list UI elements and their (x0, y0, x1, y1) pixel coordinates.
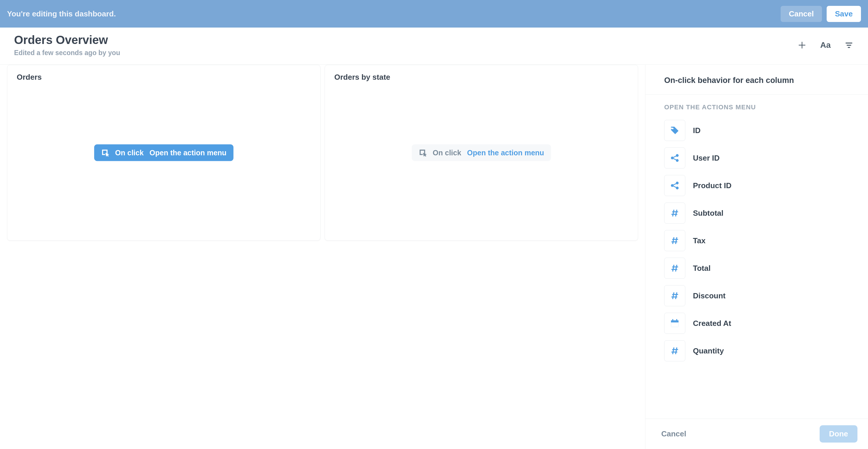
add-icon[interactable] (797, 40, 807, 50)
pill-action: Open the action menu (467, 149, 544, 157)
svg-line-5 (673, 158, 676, 160)
svg-rect-32 (672, 323, 678, 326)
column-item[interactable]: Quantity (664, 340, 849, 361)
click-behavior-panel: On-click behavior for each column OPEN T… (645, 65, 868, 449)
filter-icon[interactable] (844, 40, 854, 50)
card-title: Orders by state (334, 73, 628, 82)
dashboard-card-orders-by-state[interactable]: Orders by state On click Open the action… (324, 65, 638, 240)
edit-banner-message: You're editing this dashboard. (7, 9, 116, 19)
hash-icon (664, 258, 685, 279)
svg-line-22 (676, 265, 677, 272)
svg-line-17 (673, 237, 674, 244)
column-label: Total (693, 264, 711, 273)
svg-point-1 (671, 157, 673, 159)
column-label: Subtotal (693, 209, 723, 218)
svg-line-13 (673, 210, 674, 217)
share-icon (664, 175, 685, 196)
column-label: Created At (693, 319, 731, 328)
svg-point-0 (672, 128, 674, 129)
columns-list: IDUser IDProduct IDSubtotalTaxTotalDisco… (664, 120, 849, 361)
svg-line-26 (676, 292, 677, 299)
column-label: Quantity (693, 346, 724, 355)
page-title: Orders Overview (14, 33, 120, 46)
hash-icon (664, 202, 685, 224)
main-area: Orders On click Open the action menu Ord… (0, 65, 868, 449)
panel-done-button[interactable]: Done (819, 425, 858, 443)
svg-point-7 (676, 182, 678, 184)
cards-row: Orders On click Open the action menu Ord… (7, 65, 638, 240)
column-item[interactable]: User ID (664, 148, 849, 168)
panel-footer: Cancel Done (645, 419, 868, 449)
dashboard-canvas: Orders On click Open the action menu Ord… (0, 65, 645, 449)
card-title: Orders (17, 73, 311, 82)
svg-point-6 (671, 185, 673, 187)
panel-header: On-click behavior for each column (645, 65, 868, 95)
click-icon (101, 149, 110, 157)
column-label: User ID (693, 154, 720, 163)
svg-line-21 (673, 265, 674, 272)
pill-prefix: On click (115, 149, 144, 157)
svg-line-38 (676, 348, 677, 354)
dashboard-card-orders[interactable]: Orders On click Open the action menu (7, 65, 320, 240)
column-label: Product ID (693, 181, 731, 190)
banner-cancel-button[interactable]: Cancel (781, 6, 822, 22)
click-behavior-pill[interactable]: On click Open the action menu (94, 145, 234, 161)
svg-line-18 (676, 237, 677, 244)
column-item[interactable]: Discount (664, 285, 849, 306)
column-item[interactable]: Product ID (664, 175, 849, 196)
column-item[interactable]: Created At (664, 313, 849, 334)
svg-line-14 (676, 210, 677, 217)
page-subtitle: Edited a few seconds ago by you (14, 49, 120, 57)
column-item[interactable]: ID (664, 120, 849, 141)
svg-point-8 (676, 187, 678, 189)
share-icon (664, 148, 685, 168)
edit-banner-actions: Cancel Save (781, 6, 861, 22)
column-item[interactable]: Subtotal (664, 202, 849, 224)
panel-body: OPEN THE ACTIONS MENU IDUser IDProduct I… (645, 95, 868, 419)
panel-title: On-click behavior for each column (664, 76, 849, 85)
column-label: Discount (693, 291, 725, 300)
svg-point-3 (676, 159, 678, 161)
hash-icon (664, 230, 685, 251)
svg-line-9 (673, 184, 676, 185)
column-label: Tax (693, 236, 706, 245)
column-label: ID (693, 126, 701, 135)
svg-line-10 (673, 186, 676, 188)
svg-line-25 (673, 292, 674, 299)
panel-section-label: OPEN THE ACTIONS MENU (664, 103, 849, 111)
dashboard-header: Orders Overview Edited a few seconds ago… (0, 28, 868, 65)
click-behavior-pill[interactable]: On click Open the action menu (412, 145, 551, 161)
hash-icon (664, 285, 685, 306)
dashboard-header-toolbar: Aa (797, 40, 854, 50)
text-icon[interactable]: Aa (820, 40, 831, 50)
svg-line-4 (673, 156, 676, 158)
tag-icon (664, 120, 685, 141)
panel-cancel-button[interactable]: Cancel (656, 426, 691, 441)
dashboard-header-left: Orders Overview Edited a few seconds ago… (14, 33, 120, 57)
banner-save-button[interactable]: Save (827, 6, 861, 22)
column-item[interactable]: Tax (664, 230, 849, 251)
pill-prefix: On click (433, 149, 461, 157)
click-icon (419, 149, 427, 157)
pill-action: Open the action menu (150, 149, 227, 157)
calendar-icon (664, 313, 685, 334)
hash-icon (664, 340, 685, 361)
svg-rect-34 (671, 320, 679, 322)
svg-line-37 (673, 348, 674, 354)
edit-banner: You're editing this dashboard. Cancel Sa… (0, 0, 868, 28)
svg-point-2 (676, 155, 678, 157)
column-item[interactable]: Total (664, 258, 849, 279)
